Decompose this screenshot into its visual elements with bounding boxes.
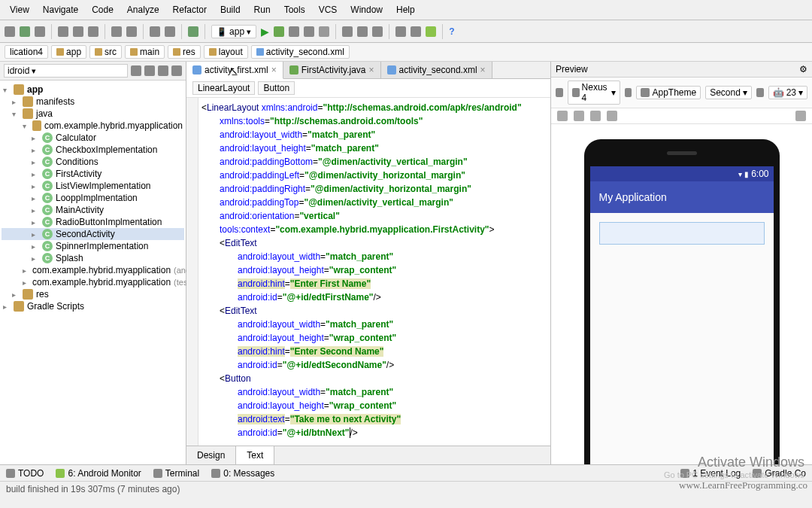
tab-text[interactable]: Text — [236, 446, 274, 464]
menu-view[interactable]: View — [4, 2, 35, 18]
gear-icon[interactable]: ⚙ — [799, 64, 807, 75]
tree-item[interactable]: ▸manifests — [2, 96, 184, 108]
tab-first-activity-java[interactable]: FirstActivity.java× — [283, 62, 381, 78]
menu-help[interactable]: Help — [390, 2, 421, 18]
close-icon[interactable]: × — [480, 65, 486, 75]
open-icon[interactable] — [5, 26, 15, 37]
tree-item[interactable]: ▸CLooppImplmentation — [2, 192, 184, 204]
bc-res[interactable]: res — [168, 45, 201, 59]
run-config-dropdown[interactable]: 📱 app ▾ — [211, 25, 256, 38]
help-icon[interactable]: ? — [449, 26, 454, 37]
menu-navigate[interactable]: Navigate — [37, 2, 84, 18]
make-icon[interactable] — [188, 26, 198, 37]
menu-analyze[interactable]: Analyze — [121, 2, 165, 18]
tree-item[interactable]: ▾java — [2, 108, 184, 120]
tree-item[interactable]: ▸Gradle Scripts — [2, 300, 184, 312]
menu-run[interactable]: Run — [248, 2, 277, 18]
structure-icon[interactable] — [395, 26, 406, 37]
bc-app[interactable]: app — [51, 45, 86, 59]
tab-activity-first[interactable]: activity_first.xml× — [186, 62, 283, 79]
menu-window[interactable]: Window — [344, 2, 389, 18]
tree-item[interactable]: ▸CMainActivity — [2, 204, 184, 216]
phone-statusbar: ▾ ▮ 6:00 — [590, 166, 774, 181]
side-tool-icon[interactable] — [131, 65, 141, 76]
close-icon[interactable]: × — [369, 65, 374, 75]
tree-item[interactable]: ▸CConditions — [2, 156, 184, 168]
find-icon[interactable] — [111, 26, 122, 37]
stop-icon[interactable] — [319, 26, 329, 37]
tw-messages[interactable]: 0: Messages — [211, 468, 274, 479]
bc-src[interactable]: src — [89, 45, 122, 59]
avd-icon[interactable] — [342, 26, 353, 37]
project-view-dropdown[interactable]: idroid ▾ — [4, 64, 128, 78]
tree-item[interactable]: ▸CSplash — [2, 252, 184, 264]
run-dropdown-icon[interactable] — [289, 26, 299, 37]
tw-android-monitor[interactable]: 6: Android Monitor — [56, 468, 141, 479]
bc-layout[interactable]: layout — [204, 45, 248, 59]
screenshot-icon[interactable] — [795, 111, 806, 121]
save-icon[interactable] — [20, 26, 30, 37]
menu-build[interactable]: Build — [214, 2, 247, 18]
refresh-icon[interactable] — [607, 111, 617, 121]
theme-dropdown[interactable]: AppTheme — [636, 86, 701, 99]
device-frame: ▾ ▮ 6:00 My Application — [584, 139, 780, 464]
debug-icon[interactable] — [274, 26, 284, 37]
zoom-in-icon[interactable] — [557, 111, 568, 121]
tree-item[interactable]: ▸CSpinnerImplementation — [2, 240, 184, 252]
forward-icon[interactable] — [165, 26, 175, 37]
tree-item[interactable]: ▸res — [2, 288, 184, 300]
tree-item[interactable]: ▸com.example.hybrid.myapplication (test) — [2, 276, 184, 288]
brand-watermark: www.LearnFreeProgramming.co — [679, 479, 807, 491]
locale-icon[interactable] — [756, 88, 764, 97]
crumb-button[interactable]: Button — [258, 81, 295, 95]
orientation-icon[interactable] — [625, 88, 632, 97]
api-dropdown[interactable]: 🤖23 ▾ — [768, 86, 807, 99]
tree-item[interactable]: ▸com.example.hybrid.myapplication (andro… — [2, 264, 184, 276]
tab-activity-second[interactable]: activity_second.xml× — [381, 62, 492, 78]
code-editor[interactable]: <LinearLayout xmlns:android="http://sche… — [186, 98, 550, 446]
tree-item[interactable]: ▸CFirstActivity — [2, 168, 184, 180]
project-tree[interactable]: ▾app ▸manifests▾java▾com.example.hybrid.… — [0, 81, 186, 315]
run-icon[interactable]: ▶ — [261, 26, 269, 38]
nav-breadcrumb: lication4 app src main res layout activi… — [0, 43, 812, 62]
menu-vcs[interactable]: VCS — [313, 2, 344, 18]
device-dropdown[interactable]: Nexus 4 ▾ — [568, 81, 620, 105]
zoom-fit-icon[interactable] — [590, 111, 601, 121]
tab-design[interactable]: Design — [186, 446, 236, 464]
back-icon[interactable] — [150, 26, 160, 37]
close-icon[interactable]: × — [271, 65, 277, 75]
copy-icon[interactable] — [73, 26, 83, 37]
palette-icon[interactable] — [556, 88, 563, 97]
menu-refactor[interactable]: Refactor — [167, 2, 213, 18]
menu-code[interactable]: Code — [86, 2, 120, 18]
attach-icon[interactable] — [304, 26, 314, 37]
side-tool-icon[interactable] — [158, 65, 168, 76]
zoom-out-icon[interactable] — [574, 111, 584, 121]
variant-dropdown[interactable]: Second ▾ — [705, 86, 752, 99]
tw-todo[interactable]: TODO — [6, 468, 44, 479]
replace-icon[interactable] — [126, 26, 137, 37]
tree-item[interactable]: ▸CRadioButtonImplmentation — [2, 216, 184, 228]
cut-icon[interactable] — [58, 26, 68, 37]
tree-item[interactable]: ▸CCalculator — [2, 132, 184, 144]
tree-item[interactable]: ▸CListViewImplementation — [2, 180, 184, 192]
sdk-icon[interactable] — [357, 26, 368, 37]
paste-icon[interactable] — [88, 26, 98, 37]
gradle-icon[interactable] — [411, 26, 421, 37]
layout-mode-tabs: Design Text — [186, 446, 550, 464]
side-collapse-icon[interactable] — [171, 65, 182, 76]
tw-terminal[interactable]: Terminal — [153, 468, 199, 479]
bc-file[interactable]: activity_second.xml — [251, 45, 350, 59]
side-tool-icon[interactable] — [144, 65, 155, 76]
tree-item[interactable]: ▸CSecondActivity — [2, 228, 184, 240]
crumb-linearlayout[interactable]: LinearLayout — [192, 81, 255, 95]
menu-tools[interactable]: Tools — [278, 2, 311, 18]
ddms-icon[interactable] — [372, 26, 383, 37]
android-icon[interactable] — [426, 26, 436, 37]
sync-icon[interactable] — [35, 26, 45, 37]
tree-item[interactable]: ▾com.example.hybrid.myapplication — [2, 120, 184, 132]
tree-root[interactable]: ▾app — [2, 84, 184, 96]
tree-item[interactable]: ▸CCheckboxImplementation — [2, 144, 184, 156]
bc-project[interactable]: lication4 — [5, 45, 48, 59]
bc-main[interactable]: main — [125, 45, 165, 59]
